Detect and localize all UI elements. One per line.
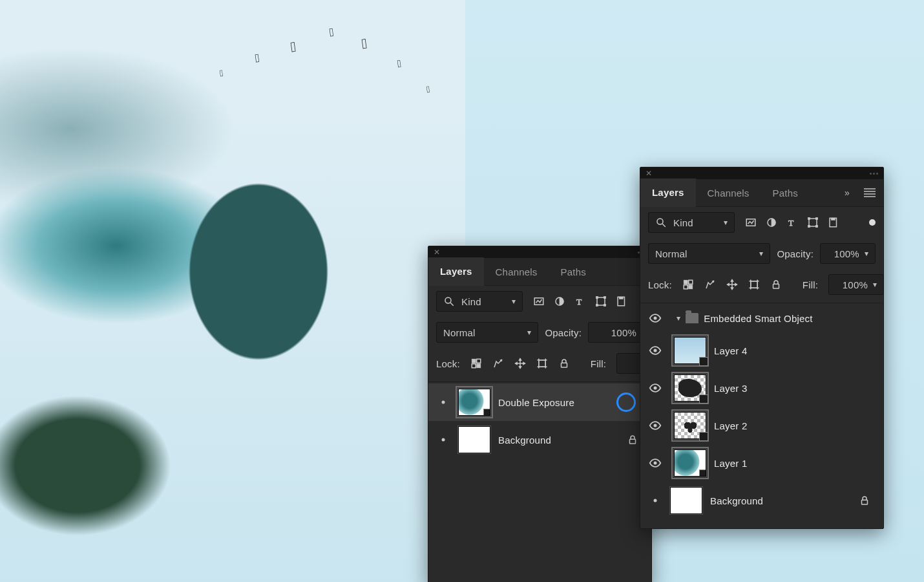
svg-point-62 <box>654 349 657 352</box>
filter-toggle-icon[interactable] <box>869 219 876 226</box>
visibility-toggle-icon[interactable] <box>648 493 662 508</box>
panel-tabs: Layers Channels Paths <box>428 258 651 286</box>
smartobject-filter-icon[interactable] <box>828 217 839 228</box>
panel-drag-grip[interactable] <box>870 173 878 175</box>
filter-kind-dropdown[interactable]: Kind ▾ <box>436 291 523 312</box>
panel-tabs: Layers Channels Paths » <box>640 179 883 207</box>
adjustment-filter-icon[interactable] <box>554 296 565 307</box>
fill-value: 100% <box>843 279 868 290</box>
layer-thumbnail[interactable] <box>458 426 490 453</box>
layer-row[interactable]: Double Exposure <box>428 383 651 421</box>
tab-paths[interactable]: Paths <box>761 179 810 206</box>
svg-rect-13 <box>477 359 481 363</box>
visibility-toggle-icon[interactable] <box>436 395 450 409</box>
pixel-filter-icon[interactable] <box>745 217 757 228</box>
visibility-toggle-icon[interactable] <box>648 343 662 358</box>
svg-rect-12 <box>472 359 476 363</box>
type-filter-icon[interactable]: T <box>786 217 798 228</box>
layer-group-row[interactable]: ▾ Embedded Smart Object <box>640 305 883 332</box>
layer-name[interactable]: Layer 3 <box>714 383 747 394</box>
close-icon[interactable]: ✕ <box>646 169 652 177</box>
svg-text:T: T <box>576 297 582 307</box>
filter-kind-dropdown[interactable]: Kind ▾ <box>648 212 735 233</box>
svg-rect-14 <box>472 364 476 368</box>
tab-paths[interactable]: Paths <box>549 258 598 285</box>
lock-artboard-icon[interactable] <box>536 357 548 370</box>
layer-row[interactable]: Layer 1 <box>640 444 883 482</box>
layer-row[interactable]: Background <box>428 421 651 458</box>
bird-icon: 𓅮 <box>219 68 224 79</box>
visibility-toggle-icon[interactable] <box>436 433 450 447</box>
layer-row[interactable]: Layer 2 <box>640 407 883 444</box>
chevron-down-icon: ▾ <box>527 328 531 337</box>
lock-row: Lock: Fill: 100%▾ <box>640 269 883 303</box>
layer-row[interactable]: Layer 3 <box>640 369 883 407</box>
lock-transparency-icon[interactable] <box>470 357 482 370</box>
layer-name[interactable]: Background <box>498 435 551 446</box>
visibility-toggle-icon[interactable] <box>648 418 662 433</box>
lock-all-icon[interactable] <box>558 357 570 370</box>
smartobject-filter-icon[interactable] <box>616 296 627 307</box>
svg-rect-40 <box>808 226 810 228</box>
blend-mode-dropdown[interactable]: Normal ▾ <box>648 243 770 264</box>
lock-pixels-icon[interactable] <box>704 278 716 291</box>
collapse-chevrons-icon[interactable]: » <box>838 188 856 198</box>
layer-name[interactable]: Layer 2 <box>714 420 747 431</box>
visibility-toggle-icon[interactable] <box>648 456 662 470</box>
bird-icon: 𓅮 <box>397 58 402 70</box>
svg-point-65 <box>654 462 657 465</box>
tab-layers[interactable]: Layers <box>428 257 484 286</box>
opacity-value: 100% <box>834 248 859 259</box>
close-icon[interactable]: ✕ <box>434 248 440 256</box>
type-filter-icon[interactable]: T <box>574 296 586 307</box>
filter-row: Kind ▾ T <box>640 207 883 238</box>
layer-name[interactable]: Double Exposure <box>498 397 574 408</box>
lock-all-icon[interactable] <box>770 278 782 291</box>
tab-channels[interactable]: Channels <box>696 179 761 206</box>
svg-rect-45 <box>689 280 693 284</box>
panel-titlebar[interactable]: ✕ <box>428 246 651 258</box>
shape-filter-icon[interactable] <box>595 296 607 307</box>
layer-row[interactable]: Layer 4 <box>640 332 883 369</box>
bird-icon: 𓅮 <box>255 52 260 66</box>
panel-menu-icon[interactable] <box>864 188 876 197</box>
locked-icon[interactable] <box>859 495 870 506</box>
lock-transparency-icon[interactable] <box>682 278 694 291</box>
pixel-filter-icon[interactable] <box>533 296 545 307</box>
layer-thumbnail[interactable] <box>674 449 706 477</box>
group-toggle-icon[interactable]: ▾ <box>677 314 680 323</box>
lock-pixels-icon[interactable] <box>492 357 504 370</box>
layer-name[interactable]: Layer 4 <box>714 345 747 356</box>
opacity-field[interactable]: 100%▾ <box>820 243 876 264</box>
layer-thumbnail[interactable] <box>674 337 706 364</box>
panel-titlebar[interactable]: ✕ <box>640 167 883 179</box>
layer-thumbnail[interactable] <box>674 374 706 402</box>
lock-position-icon[interactable] <box>514 357 526 370</box>
opacity-field[interactable]: 100% <box>588 322 644 343</box>
svg-marker-20 <box>519 367 522 369</box>
blend-mode-value: Normal <box>443 327 476 338</box>
filter-type-icons: T <box>745 217 839 228</box>
layer-name[interactable]: Layer 1 <box>714 458 747 469</box>
group-name[interactable]: Embedded Smart Object <box>704 313 812 324</box>
blend-mode-dropdown[interactable]: Normal ▾ <box>436 322 538 343</box>
svg-point-66 <box>654 499 657 502</box>
locked-icon[interactable] <box>627 434 638 446</box>
layer-thumbnail[interactable] <box>458 389 490 416</box>
shape-filter-icon[interactable] <box>807 217 819 228</box>
lock-artboard-icon[interactable] <box>748 278 760 291</box>
visibility-toggle-icon[interactable] <box>648 311 662 325</box>
lock-label: Lock: <box>436 358 460 369</box>
adjustment-filter-icon[interactable] <box>766 217 777 228</box>
lock-position-icon[interactable] <box>726 278 738 291</box>
layer-name[interactable]: Background <box>710 495 763 506</box>
layer-thumbnail[interactable] <box>670 487 702 514</box>
visibility-toggle-icon[interactable] <box>648 381 662 395</box>
tab-channels[interactable]: Channels <box>484 258 549 285</box>
layer-list: ▾ Embedded Smart Object Layer 4 Layer 3 … <box>640 303 883 521</box>
tab-layers[interactable]: Layers <box>640 178 696 207</box>
layer-row[interactable]: Background <box>640 482 883 519</box>
layer-thumbnail[interactable] <box>674 412 706 439</box>
fill-field[interactable]: 100%▾ <box>828 274 884 295</box>
canvas-artwork: 𓅮 𓅮 𓅮 𓅮 𓅮 𓅮 𓅮 <box>0 0 465 582</box>
